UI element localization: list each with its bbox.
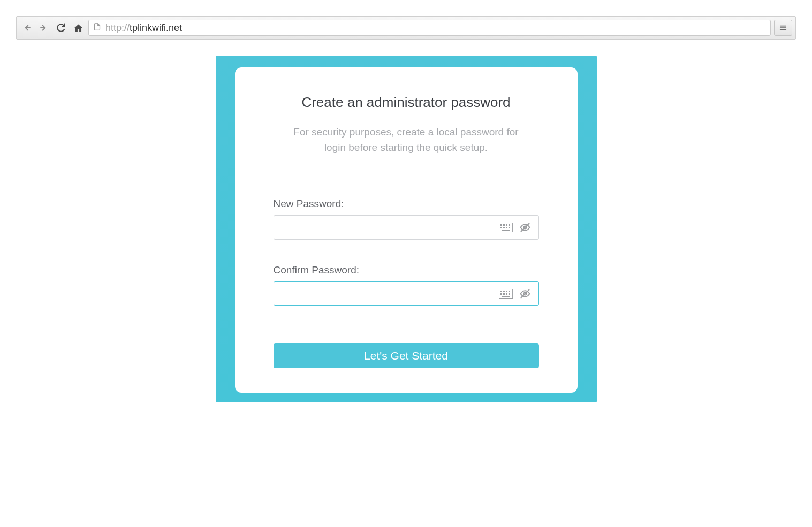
url-text: http://tplinkwifi.net — [105, 22, 182, 34]
get-started-button[interactable]: Let's Get Started — [274, 343, 539, 368]
hamburger-icon — [779, 24, 787, 32]
reload-button[interactable] — [54, 21, 68, 35]
toggle-visibility-button[interactable] — [518, 222, 532, 233]
confirm-password-input-wrap — [274, 281, 539, 306]
menu-button[interactable] — [774, 20, 792, 36]
setup-panel: Create an administrator password For sec… — [235, 67, 578, 393]
home-icon — [73, 23, 84, 33]
svg-rect-18 — [500, 291, 502, 292]
new-password-label: New Password: — [274, 198, 539, 210]
url-prefix: http:// — [105, 22, 130, 33]
browser-toolbar: http://tplinkwifi.net — [16, 16, 796, 40]
eye-off-icon — [518, 222, 532, 233]
keyboard-icon — [499, 289, 513, 299]
input-icons — [499, 222, 538, 233]
new-password-input[interactable] — [274, 216, 499, 239]
confirm-password-label: Confirm Password: — [274, 264, 539, 276]
url-host: tplinkwifi.net — [130, 22, 182, 33]
virtual-keyboard-button[interactable] — [499, 289, 513, 299]
input-icons — [499, 288, 538, 299]
svg-rect-26 — [502, 296, 510, 297]
svg-rect-8 — [506, 224, 507, 226]
toggle-visibility-button[interactable] — [518, 288, 532, 299]
arrow-right-icon — [39, 23, 49, 33]
svg-rect-23 — [503, 293, 505, 295]
svg-rect-7 — [503, 224, 505, 226]
page-subtitle: For security purposes, create a local pa… — [289, 125, 524, 155]
svg-rect-24 — [506, 293, 507, 295]
back-button[interactable] — [20, 21, 34, 35]
svg-rect-12 — [506, 227, 507, 228]
url-bar[interactable]: http://tplinkwifi.net — [88, 20, 771, 36]
home-button[interactable] — [71, 21, 85, 35]
eye-off-icon — [518, 288, 532, 299]
svg-rect-21 — [509, 291, 510, 292]
svg-rect-14 — [502, 230, 510, 231]
svg-rect-20 — [506, 291, 507, 292]
arrow-left-icon — [22, 23, 32, 33]
svg-rect-19 — [503, 291, 505, 292]
svg-rect-10 — [500, 227, 502, 228]
virtual-keyboard-button[interactable] — [499, 223, 513, 232]
svg-rect-11 — [503, 227, 505, 228]
svg-rect-9 — [509, 224, 510, 226]
svg-rect-6 — [500, 224, 502, 226]
setup-panel-outer: Create an administrator password For sec… — [216, 56, 597, 402]
forward-button[interactable] — [37, 21, 51, 35]
reload-icon — [56, 23, 66, 33]
page-title: Create an administrator password — [274, 94, 539, 111]
page-content: Create an administrator password For sec… — [0, 56, 812, 402]
svg-rect-22 — [500, 293, 502, 295]
svg-rect-25 — [509, 293, 510, 295]
page-icon — [93, 22, 101, 34]
confirm-password-input[interactable] — [274, 282, 499, 305]
svg-rect-13 — [509, 227, 510, 228]
keyboard-icon — [499, 223, 513, 232]
new-password-input-wrap — [274, 215, 539, 240]
